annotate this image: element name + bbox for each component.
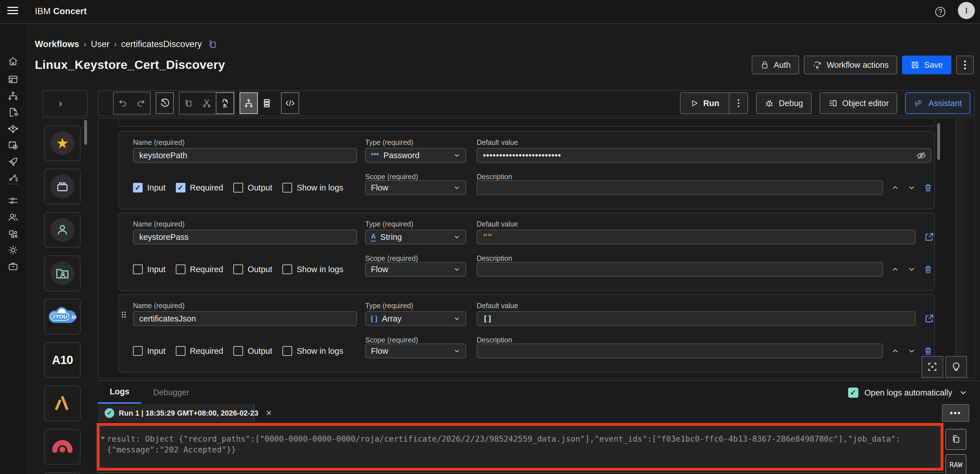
close-run-tab-icon[interactable]: ✕ <box>266 409 272 418</box>
users-icon[interactable] <box>7 211 19 223</box>
palette-item-partial[interactable] <box>44 472 81 474</box>
palette-item-2you-io[interactable]: 2YOU io <box>44 299 81 334</box>
palette-item-arc[interactable] <box>44 429 81 464</box>
default-value-input[interactable]: •••••••••••••••••••••••• <box>477 148 931 163</box>
palette-item-user-folder[interactable] <box>44 255 81 291</box>
menu-icon[interactable] <box>7 7 18 16</box>
fit-to-screen-button[interactable] <box>921 356 943 378</box>
move-down-icon[interactable] <box>905 262 918 276</box>
param-name-input[interactable]: keystorePath <box>133 148 357 163</box>
palette-scrollbar[interactable] <box>84 120 87 145</box>
chevron-down-icon[interactable] <box>958 388 968 398</box>
default-value-input[interactable]: "" <box>477 230 916 244</box>
breadcrumb-user[interactable]: User <box>91 39 110 49</box>
delete-param-icon[interactable] <box>921 344 935 358</box>
overflow-menu-button[interactable] <box>956 56 974 74</box>
open-logs-toggle[interactable]: Open logs automatically <box>848 386 968 399</box>
dashboard-icon[interactable] <box>7 73 19 86</box>
copy-log-button[interactable] <box>945 429 966 450</box>
palette-item-user[interactable] <box>44 212 81 248</box>
input-checkbox[interactable]: Input <box>133 183 165 192</box>
description-input[interactable] <box>477 180 883 195</box>
workflow-actions-button[interactable]: Workflow actions <box>804 56 897 74</box>
run-tab[interactable]: ✓ Run 1 | 18:35:29 GMT+08:00, 2026-02-23… <box>98 404 255 422</box>
move-up-icon[interactable] <box>888 181 902 194</box>
pipelines-icon[interactable] <box>7 172 19 184</box>
cut-icon[interactable] <box>198 92 216 114</box>
raw-toggle-button[interactable]: RAW <box>945 454 966 474</box>
default-value-input[interactable]: [] <box>477 311 916 326</box>
log-overflow-button[interactable]: ••• <box>942 404 969 422</box>
undo-icon[interactable] <box>114 92 132 114</box>
code-view-icon[interactable] <box>281 92 299 114</box>
scope-dropdown[interactable]: Flow <box>365 262 466 277</box>
settings-sliders-icon[interactable] <box>7 194 19 207</box>
palette-item-blocks[interactable] <box>44 169 81 204</box>
save-button[interactable]: Save <box>902 56 951 74</box>
tab-debugger[interactable]: Debugger <box>141 381 201 404</box>
scope-dropdown[interactable]: Flow <box>365 344 466 358</box>
documents-icon[interactable] <box>7 106 19 119</box>
auth-button[interactable]: Auth <box>752 56 799 74</box>
show-in-logs-checkbox[interactable]: Show in logs <box>282 183 343 192</box>
output-checkbox[interactable]: Output <box>233 264 272 274</box>
launch-icon[interactable] <box>923 231 935 243</box>
tab-logs[interactable]: Logs <box>98 381 141 404</box>
version-history-icon[interactable] <box>156 92 174 114</box>
required-checkbox[interactable]: Required <box>176 183 223 192</box>
move-up-icon[interactable] <box>888 344 902 358</box>
breadcrumb-workflows[interactable]: Workflows <box>35 39 79 49</box>
assistant-button[interactable]: AI Assistant <box>905 92 970 114</box>
breadcrumb-current[interactable]: certificatesDiscovery <box>121 39 202 49</box>
components-icon[interactable] <box>7 227 19 240</box>
launch-icon[interactable] <box>923 312 935 325</box>
delete-param-icon[interactable] <box>921 262 935 276</box>
palette-item-lambda[interactable] <box>44 385 81 421</box>
redo-icon[interactable] <box>132 92 150 114</box>
expand-panel-icon[interactable]: › <box>59 98 62 108</box>
gear-icon[interactable] <box>7 244 19 256</box>
description-input[interactable] <box>477 344 883 358</box>
view-off-icon[interactable] <box>916 150 927 161</box>
home-icon[interactable] <box>7 55 19 67</box>
required-checkbox[interactable]: Required <box>176 346 223 356</box>
palette-item-a10[interactable]: A10 <box>44 342 81 378</box>
copy-icon[interactable] <box>180 92 198 114</box>
drag-handle-icon[interactable]: ⠿ <box>121 312 126 319</box>
log-result-line[interactable]: result: Object {"record_paths":["0000-00… <box>107 434 904 455</box>
schedule-icon[interactable] <box>7 139 19 151</box>
paste-icon[interactable] <box>216 92 234 114</box>
toolbox-icon[interactable] <box>7 260 19 273</box>
run-options-icon[interactable] <box>729 92 748 114</box>
open-logs-checkbox[interactable] <box>848 388 858 398</box>
object-editor-button[interactable]: Object editor <box>819 92 897 114</box>
input-checkbox[interactable]: Input <box>133 346 165 356</box>
show-in-logs-checkbox[interactable]: Show in logs <box>282 346 343 356</box>
move-down-icon[interactable] <box>905 181 918 194</box>
canvas-scrollbar[interactable] <box>937 123 940 160</box>
workflows-icon[interactable] <box>7 89 19 102</box>
param-name-input[interactable]: keystorePass <box>133 230 357 244</box>
list-view-icon[interactable] <box>258 92 276 114</box>
security-scan-icon[interactable] <box>7 122 19 135</box>
type-dropdown[interactable]: A String <box>365 230 466 244</box>
description-input[interactable] <box>477 262 883 277</box>
delete-param-icon[interactable] <box>921 181 935 194</box>
move-down-icon[interactable] <box>905 344 918 358</box>
move-up-icon[interactable] <box>888 262 902 276</box>
input-checkbox[interactable]: Input <box>133 264 165 274</box>
output-checkbox[interactable]: Output <box>233 183 272 192</box>
expand-log-entry-icon[interactable]: ▸ <box>102 434 105 441</box>
output-checkbox[interactable]: Output <box>233 346 272 356</box>
lightbulb-button[interactable] <box>945 356 967 378</box>
help-icon[interactable] <box>933 5 948 19</box>
show-in-logs-checkbox[interactable]: Show in logs <box>282 264 343 274</box>
param-name-input[interactable]: certificatesJson <box>133 311 357 326</box>
run-button[interactable]: Run <box>680 92 729 114</box>
scope-dropdown[interactable]: Flow <box>365 180 466 195</box>
required-checkbox[interactable]: Required <box>176 264 223 274</box>
debug-button[interactable]: Debug <box>756 92 811 114</box>
copy-breadcrumb-icon[interactable] <box>208 39 218 49</box>
avatar[interactable]: I <box>958 2 975 19</box>
deploy-icon[interactable] <box>7 155 19 168</box>
